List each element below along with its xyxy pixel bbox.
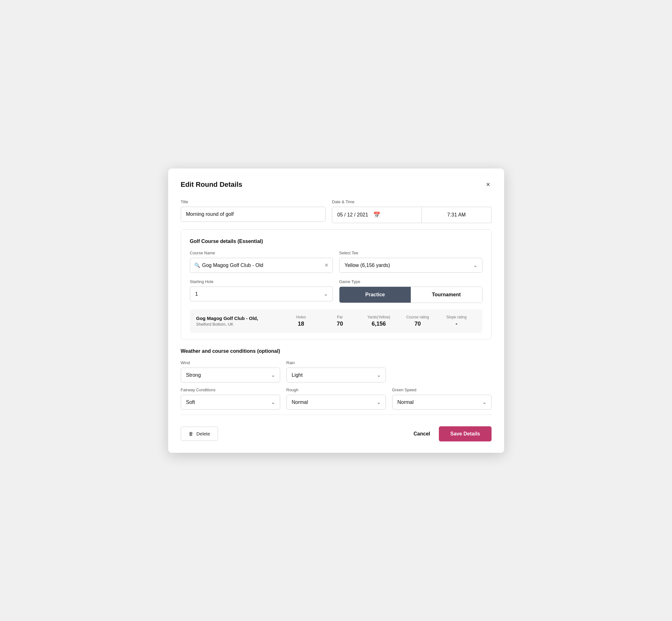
green-speed-label: Green Speed xyxy=(392,387,492,392)
delete-label: Delete xyxy=(197,431,210,437)
course-rating-value: 70 xyxy=(415,321,421,327)
rain-field: Rain Light ⌄ xyxy=(287,360,386,382)
starting-hole-wrap: 1 ⌄ xyxy=(190,287,333,301)
wind-select-wrap: Strong ⌄ xyxy=(181,368,280,382)
game-type-field: Game Type Practice Tournament xyxy=(339,279,482,303)
weather-section-title: Weather and course conditions (optional) xyxy=(181,348,492,354)
rain-select-wrap: Light ⌄ xyxy=(287,368,386,382)
slope-rating-label: Slope rating xyxy=(447,315,467,319)
select-tee-label: Select Tee xyxy=(339,251,482,255)
fairway-rough-green-row: Fairway Conditions Soft ⌄ Rough Normal ⌄ xyxy=(181,387,492,410)
footer-right: Cancel Save Details xyxy=(414,426,492,442)
save-button[interactable]: Save Details xyxy=(439,426,491,442)
datetime-label: Date & Time xyxy=(332,199,491,204)
slope-rating-stat: Slope rating - xyxy=(437,315,476,327)
date-value: 05 / 12 / 2021 xyxy=(337,212,368,218)
cancel-button[interactable]: Cancel xyxy=(414,431,430,437)
wind-label: Wind xyxy=(181,360,280,365)
fairway-select-wrap: Soft ⌄ xyxy=(181,395,280,410)
weather-section: Weather and course conditions (optional)… xyxy=(181,348,492,410)
holes-value: 18 xyxy=(298,321,304,327)
spacer xyxy=(392,360,492,382)
practice-button[interactable]: Practice xyxy=(339,287,411,303)
course-name-label: Course Name xyxy=(190,251,333,255)
par-value: 70 xyxy=(337,321,343,327)
rough-dropdown[interactable]: Normal xyxy=(287,395,386,410)
course-name-wrap: 🔍 ✕ xyxy=(190,258,333,273)
hole-gametype-row: Starting Hole 1 ⌄ Game Type Practice Tou… xyxy=(190,279,482,303)
yards-label: Yards(Yellow) xyxy=(367,315,390,319)
wind-dropdown[interactable]: Strong xyxy=(181,368,280,382)
title-label: Title xyxy=(181,199,326,204)
starting-hole-field: Starting Hole 1 ⌄ xyxy=(190,279,333,303)
rough-label: Rough xyxy=(287,387,386,392)
footer-row: 🗑 Delete Cancel Save Details xyxy=(181,424,492,442)
course-name-input[interactable] xyxy=(190,258,333,273)
starting-hole-label: Starting Hole xyxy=(190,279,333,284)
fairway-dropdown[interactable]: Soft xyxy=(181,395,280,410)
datetime-field: Date & Time 05 / 12 / 2021 📅 7:31 AM xyxy=(332,199,491,223)
course-tee-row: Course Name 🔍 ✕ Select Tee Yellow (6,156… xyxy=(190,251,482,273)
rough-field: Rough Normal ⌄ xyxy=(287,387,386,410)
golf-section-title: Golf Course details (Essential) xyxy=(190,239,482,244)
close-button[interactable]: × xyxy=(485,180,492,189)
game-type-toggle: Practice Tournament xyxy=(339,287,482,303)
wind-rain-row: Wind Strong ⌄ Rain Light ⌄ xyxy=(181,360,492,382)
select-tee-wrap: Yellow (6,156 yards) ⌄ xyxy=(339,258,482,273)
wind-field: Wind Strong ⌄ xyxy=(181,360,280,382)
holes-stat: Holes 18 xyxy=(282,315,321,327)
starting-hole-dropdown[interactable]: 1 xyxy=(190,287,333,301)
game-type-label: Game Type xyxy=(339,279,482,284)
par-stat: Par 70 xyxy=(321,315,359,327)
modal-header: Edit Round Details × xyxy=(181,180,492,189)
course-rating-stat: Course rating 70 xyxy=(398,315,437,327)
rain-label: Rain xyxy=(287,360,386,365)
yards-stat: Yards(Yellow) 6,156 xyxy=(359,315,398,327)
date-box[interactable]: 05 / 12 / 2021 📅 xyxy=(332,207,422,223)
course-name-field: Course Name 🔍 ✕ xyxy=(190,251,333,273)
golf-course-section: Golf Course details (Essential) Course N… xyxy=(181,230,492,339)
title-datetime-row: Title Date & Time 05 / 12 / 2021 📅 7:31 … xyxy=(181,199,492,223)
delete-button[interactable]: 🗑 Delete xyxy=(181,427,218,441)
course-main-name: Gog Magog Golf Club - Old, xyxy=(196,316,282,321)
time-box[interactable]: 7:31 AM xyxy=(422,207,491,223)
time-value: 7:31 AM xyxy=(447,212,466,218)
title-field: Title xyxy=(181,199,326,223)
course-info-row: Gog Magog Golf Club - Old, Shelford Bott… xyxy=(190,309,482,333)
green-speed-dropdown[interactable]: Normal xyxy=(392,395,492,410)
green-speed-select-wrap: Normal ⌄ xyxy=(392,395,492,410)
title-input[interactable] xyxy=(181,207,326,222)
course-info-name: Gog Magog Golf Club - Old, Shelford Bott… xyxy=(196,316,282,327)
calendar-icon: 📅 xyxy=(373,211,380,218)
trash-icon: 🗑 xyxy=(189,431,194,437)
rough-select-wrap: Normal ⌄ xyxy=(287,395,386,410)
slope-rating-value: - xyxy=(456,321,458,327)
edit-round-modal: Edit Round Details × Title Date & Time 0… xyxy=(168,168,504,453)
fairway-label: Fairway Conditions xyxy=(181,387,280,392)
yards-value: 6,156 xyxy=(372,321,386,327)
holes-label: Holes xyxy=(296,315,306,319)
tournament-button[interactable]: Tournament xyxy=(411,287,482,303)
green-speed-field: Green Speed Normal ⌄ xyxy=(392,387,492,410)
date-time-group: 05 / 12 / 2021 📅 7:31 AM xyxy=(332,207,491,223)
rain-dropdown[interactable]: Light xyxy=(287,368,386,382)
fairway-field: Fairway Conditions Soft ⌄ xyxy=(181,387,280,410)
select-tee-dropdown[interactable]: Yellow (6,156 yards) xyxy=(339,258,482,273)
par-label: Par xyxy=(337,315,343,319)
clear-icon[interactable]: ✕ xyxy=(324,262,328,268)
modal-title: Edit Round Details xyxy=(181,180,243,189)
course-rating-label: Course rating xyxy=(406,315,429,319)
search-icon: 🔍 xyxy=(194,262,200,268)
select-tee-field: Select Tee Yellow (6,156 yards) ⌄ xyxy=(339,251,482,273)
course-location: Shelford Bottom, UK xyxy=(196,322,282,327)
